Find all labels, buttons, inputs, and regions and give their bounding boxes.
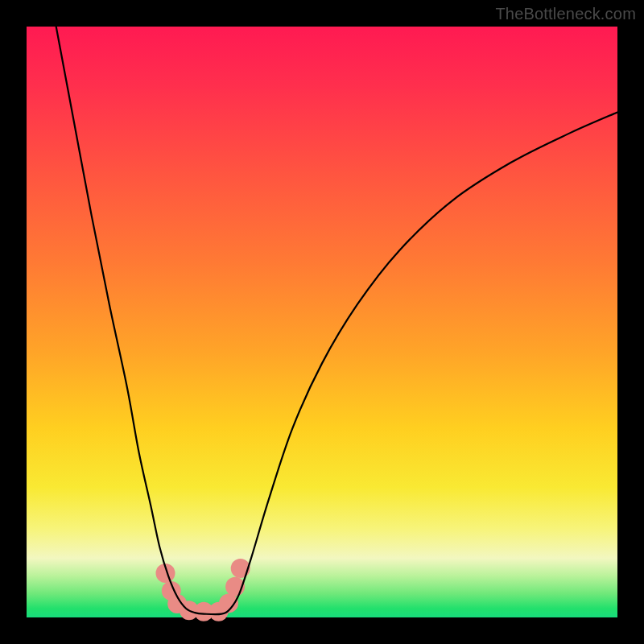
chart-svg xyxy=(27,27,617,617)
plot-area xyxy=(27,27,617,617)
watermark-text: TheBottleneck.com xyxy=(495,5,636,23)
marker-dots-group xyxy=(155,559,250,621)
chart-frame: TheBottleneck.com xyxy=(0,0,644,644)
bottleneck-curve xyxy=(56,27,617,614)
